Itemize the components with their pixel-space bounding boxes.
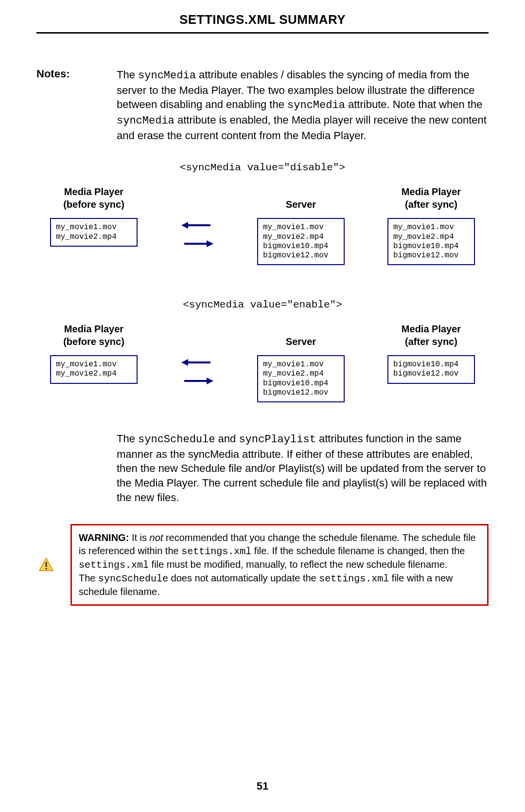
- code-syncschedule: syncSchedule: [98, 573, 168, 584]
- t: does not automatically update the: [168, 573, 319, 583]
- t: It is: [129, 532, 149, 543]
- arrow-right-icon: [180, 238, 214, 250]
- code-syncmedia: syncMedia: [138, 70, 196, 82]
- page: SETTINGS.XML SUMMARY Notes: The syncMedi…: [0, 0, 525, 812]
- paragraph-sync-others: The syncSchedule and syncPlaylist attrib…: [117, 432, 489, 505]
- warning-label: WARNING:: [79, 532, 129, 543]
- t: Media Player: [402, 324, 461, 334]
- code-settingsxml: settings.xml: [319, 573, 389, 584]
- filebox-server: my_movie1.mov my_movie2.mp4 bigmovie10.m…: [257, 355, 345, 402]
- warning-section: WARNING: It is not recommended that you …: [36, 524, 489, 606]
- warning-box: WARNING: It is not recommended that you …: [70, 524, 489, 606]
- t: Media Player: [402, 186, 461, 197]
- t: (after sync): [405, 199, 457, 210]
- t: The: [117, 433, 138, 445]
- t: Server: [286, 199, 316, 210]
- t: not: [150, 532, 163, 543]
- t: (after sync): [405, 336, 457, 347]
- filebox-after: my_movie1.mov my_movie2.mp4 bigmovie10.m…: [387, 218, 475, 265]
- col-head: Server: [286, 185, 316, 211]
- notes-label: Notes:: [36, 68, 117, 143]
- t: Media Player: [64, 186, 123, 197]
- filebox-before: my_movie1.mov my_movie2.mp4: [50, 218, 138, 246]
- filebox-before: my_movie1.mov my_movie2.mp4: [50, 355, 138, 383]
- page-title: SETTINGS.XML SUMMARY: [36, 12, 489, 34]
- t: file. If the schedule filename is change…: [251, 545, 465, 556]
- filebox-after: bigmovie10.mp4 bigmovie12.mov: [387, 355, 475, 383]
- code-enable: <syncMedia value="enable">: [36, 299, 489, 310]
- t: The: [117, 69, 138, 81]
- svg-rect-9: [45, 562, 47, 567]
- col-head: Media Player(after sync): [402, 185, 461, 211]
- col-head: Media Player(after sync): [402, 323, 461, 348]
- page-number: 51: [0, 780, 525, 793]
- t: Server: [286, 336, 316, 347]
- arrow-left-icon: [180, 219, 214, 231]
- col-head: Media Player(before sync): [63, 323, 124, 348]
- code-syncschedule: syncSchedule: [138, 433, 215, 446]
- t: (before sync): [63, 199, 124, 210]
- arrow-left-icon: [180, 357, 214, 368]
- notes-body: The syncMedia attribute enables / disabl…: [117, 68, 489, 143]
- t: (before sync): [63, 336, 124, 347]
- col-media-before: Media Player(before sync) my_movie1.mov …: [50, 185, 138, 246]
- filebox-server: my_movie1.mov my_movie2.mp4 bigmovie10.m…: [257, 218, 345, 265]
- notes-section: Notes: The syncMedia attribute enables /…: [36, 68, 489, 143]
- t: The: [79, 573, 98, 583]
- t: Media Player: [64, 324, 123, 334]
- col-server: Server my_movie1.mov my_movie2.mp4 bigmo…: [257, 185, 345, 265]
- code-syncplaylist: syncPlaylist: [239, 433, 315, 446]
- code-syncmedia: syncMedia: [287, 99, 345, 111]
- diagram-disable: Media Player(before sync) my_movie1.mov …: [50, 185, 475, 265]
- svg-marker-1: [181, 222, 188, 229]
- code-settingsxml: settings.xml: [79, 559, 149, 571]
- svg-marker-3: [207, 240, 213, 247]
- col-head: Server: [286, 323, 316, 348]
- t: file must be modified, manually, to refl…: [149, 559, 447, 570]
- svg-marker-5: [181, 359, 188, 366]
- code-settingsxml: settings.xml: [181, 546, 251, 557]
- warning-icon: [36, 557, 56, 573]
- col-server: Server my_movie1.mov my_movie2.mp4 bigmo…: [257, 323, 345, 402]
- col-media-after: Media Player(after sync) bigmovie10.mp4 …: [387, 323, 475, 383]
- col-head: Media Player(before sync): [63, 185, 124, 211]
- svg-rect-10: [45, 568, 47, 569]
- col-media-after: Media Player(after sync) my_movie1.mov m…: [387, 185, 475, 265]
- t: attribute. Note that when the: [345, 98, 483, 110]
- diagram-enable: Media Player(before sync) my_movie1.mov …: [50, 323, 475, 402]
- col-media-before: Media Player(before sync) my_movie1.mov …: [50, 323, 138, 383]
- svg-marker-7: [207, 378, 213, 384]
- arrows: [180, 219, 214, 250]
- code-syncmedia: syncMedia: [117, 115, 175, 127]
- arrow-right-icon: [180, 375, 214, 387]
- code-disable: <syncMedia value="disable">: [36, 162, 489, 173]
- arrows: [180, 357, 214, 387]
- notes-label-text: Notes: [36, 68, 66, 80]
- t: and: [215, 433, 239, 445]
